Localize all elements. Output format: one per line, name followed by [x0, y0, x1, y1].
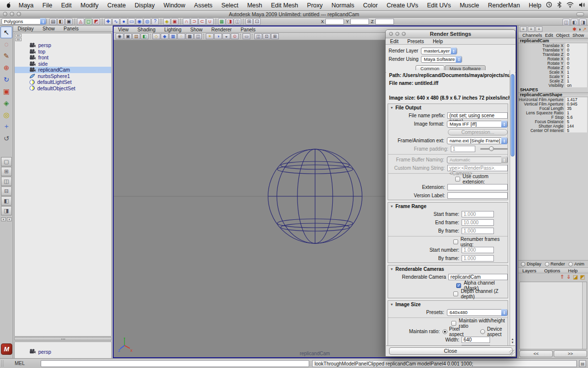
coord-input[interactable] [350, 19, 369, 25]
snap-magnet-grid-icon[interactable]: ∩ [183, 18, 190, 25]
device-aspect-radio[interactable]: Device aspect [480, 326, 508, 337]
renumber-by-frame-input[interactable]: 1.000 [462, 255, 494, 262]
channel-menu-item[interactable]: Show [572, 32, 584, 38]
frame-padding-input[interactable]: 1 [451, 146, 475, 152]
move-tool[interactable]: ⊕ [0, 62, 12, 74]
menubar-item[interactable]: Display [130, 2, 159, 9]
outliner-menu-item[interactable]: Show [38, 26, 59, 31]
menubar-item[interactable]: Help [524, 2, 546, 9]
snap-grid-icon[interactable]: ✚ [104, 18, 112, 25]
outliner-item[interactable]: top [15, 49, 111, 55]
statusline-icon[interactable] [159, 18, 163, 25]
wireframe-mode-icon[interactable]: ◇ [152, 33, 160, 39]
coord-input[interactable] [375, 19, 394, 25]
layer-scrollbar[interactable] [582, 282, 587, 349]
viewport-menu-item[interactable]: Show [186, 27, 207, 32]
single-pane-layout-icon[interactable]: ▢ [1, 157, 12, 166]
layer-mode-radio[interactable]: Display [521, 262, 541, 266]
outliner-item[interactable]: front [15, 54, 111, 61]
bluetooth-icon[interactable] [557, 1, 562, 9]
channel-menu-item[interactable]: Object [556, 32, 569, 38]
layer-list[interactable] [519, 282, 587, 349]
construction-history-icon[interactable]: ? [151, 18, 159, 25]
width-input[interactable]: 640 [462, 337, 490, 343]
frame-ext-dropdown[interactable]: name.ext [Single Frame] ▲▼ [447, 137, 508, 144]
extension-input[interactable] [447, 184, 508, 190]
show-tool-settings-icon[interactable]: ◧ [571, 19, 578, 26]
menubar-item[interactable]: Create UVs [382, 2, 423, 9]
show-manipulator-tool[interactable]: ＋ [0, 121, 12, 132]
save-scene-icon[interactable]: ▣ [65, 18, 73, 25]
use-custom-extension-checkbox[interactable] [455, 177, 460, 182]
toolbar-toggle-pill[interactable] [576, 12, 584, 16]
channel-manip-icon[interactable]: ≡ [528, 26, 535, 32]
start-frame-input[interactable]: 1.000 [462, 211, 494, 217]
next-pane-button[interactable]: >> [554, 350, 587, 357]
render-current-frame-icon[interactable]: ▦ [218, 18, 225, 25]
four-pane-layout-icon[interactable]: ⊞ [1, 167, 12, 176]
smooth-shade-icon[interactable]: ◆ [161, 33, 169, 39]
compression-button[interactable]: Compression... [448, 129, 508, 135]
snap-surface-icon[interactable]: ◉ [136, 18, 143, 25]
mel-label[interactable]: MEL [15, 361, 25, 366]
last-tool[interactable]: ↺ [0, 132, 12, 144]
scrollbar-thumb[interactable] [511, 74, 514, 157]
menubar-item[interactable]: Proxy [303, 2, 327, 9]
outliner-item[interactable]: nurbsSphere1 [15, 73, 111, 79]
input-line-ops-icon[interactable]: ⊞ [245, 18, 253, 25]
scale-tool[interactable]: ▣ [0, 85, 12, 97]
outliner-item[interactable]: replicandCam [15, 67, 111, 73]
open-scene-icon[interactable]: ◧ [57, 18, 65, 25]
viewport-toolbar-icon[interactable] [149, 33, 152, 39]
outliner-sort-icon[interactable]: ≡≡ [15, 34, 22, 37]
apple-menu-icon[interactable] [6, 2, 11, 8]
channel-node-name[interactable]: replicandCam [518, 38, 588, 43]
channel-menu-item[interactable]: Channels [522, 32, 542, 38]
volume-icon[interactable] [579, 2, 585, 9]
renumber-frames-checkbox[interactable] [453, 239, 458, 244]
menubar-item[interactable]: Normals [327, 2, 359, 9]
statusline-icon[interactable] [73, 18, 76, 25]
select-hierarchy-icon[interactable]: ◬ [77, 18, 84, 25]
outliner-item[interactable]: defaultLightSet [15, 79, 111, 85]
image-plane-icon[interactable]: ◧ [141, 33, 148, 39]
viewport-menu-item[interactable]: Panels [236, 27, 260, 32]
time-machine-icon[interactable] [546, 1, 552, 9]
snap-magnet-plane-icon[interactable]: ∪ [206, 18, 214, 25]
menubar-item[interactable]: Edit [57, 2, 76, 9]
viewport-menu-item[interactable]: Lighting [160, 27, 186, 32]
make-live-icon[interactable]: ◍ [144, 18, 151, 25]
xray-icon[interactable]: ▩ [186, 33, 194, 39]
two-pane-side-layout-icon[interactable]: ◫ [1, 177, 12, 186]
mini-menu-icon[interactable]: ▼ [7, 217, 12, 221]
viewport-menu-item[interactable]: View [114, 27, 133, 32]
select-object-icon[interactable]: ◻ [85, 18, 92, 25]
layer-menu-item[interactable]: Help [564, 268, 582, 273]
presets-dropdown[interactable]: 640x480 ▲▼ [447, 309, 508, 316]
move-layer-up-icon[interactable]: ⇑ [560, 274, 564, 280]
show-channel-box-icon[interactable]: ◫ [563, 19, 570, 26]
field-entry-mode-icon[interactable]: ⊡ [253, 18, 261, 25]
viewport-menu-item[interactable]: Shading [133, 27, 160, 32]
close-button[interactable]: Close [389, 347, 513, 355]
snap-view-plane-icon[interactable]: ▭ [128, 18, 135, 25]
attribute-value[interactable]: 5 [565, 128, 587, 132]
dialog-menu-item[interactable]: Help [428, 39, 447, 44]
file-name-prefix-input[interactable]: (not set; using scene name) [447, 112, 508, 119]
highlight-selection-icon[interactable]: ▣ [171, 18, 178, 25]
viewport-toolbar-icon[interactable] [251, 33, 254, 39]
coord-input[interactable] [325, 19, 344, 25]
camera-attributes-icon[interactable]: ▣ [124, 33, 132, 39]
dialog-menu-item[interactable]: Edit [386, 39, 403, 44]
slider-thumb-icon[interactable] [489, 146, 494, 151]
image-format-dropdown[interactable]: Maya IFF [iff] ▲▼ [447, 121, 508, 128]
frame-range-header[interactable]: ▼Frame Range [388, 203, 508, 210]
mel-input[interactable] [41, 360, 309, 367]
alpha-channel-checkbox[interactable]: ✓ [456, 283, 461, 288]
render-using-dropdown[interactable]: Maya Software ▲▼ [421, 56, 462, 63]
safe-title-icon[interactable]: ⊞ [271, 33, 279, 39]
menubar-item[interactable]: Muscle [455, 2, 484, 9]
render-layer-dropdown[interactable]: masterLayer ▲▼ [421, 48, 457, 54]
channel-contrast-icon[interactable]: ◑ [578, 26, 581, 32]
renderable-camera-input[interactable]: replicandCam [448, 274, 508, 280]
